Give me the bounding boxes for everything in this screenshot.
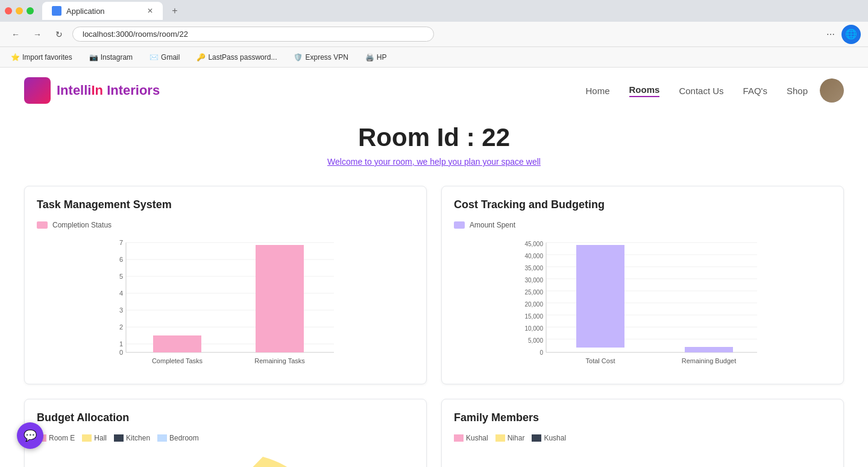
budget-legend-room: Room E [49, 434, 75, 442]
back-button[interactable]: ← [7, 26, 24, 43]
remaining-budget-bar [685, 347, 733, 352]
refresh-button[interactable]: ↻ [51, 26, 68, 43]
family-legend-kushal2-swatch [532, 434, 541, 442]
svg-text:10,000: 10,000 [524, 325, 543, 332]
svg-text:2: 2 [119, 323, 123, 331]
nav-home[interactable]: Home [586, 86, 610, 96]
family-chart-card: Family Members Kushal Nihar Kushal 1 0.9… [441, 399, 844, 467]
svg-text:15,000: 15,000 [524, 313, 543, 320]
tab-close-btn[interactable]: ✕ [147, 7, 153, 15]
svg-text:Total Cost: Total Cost [586, 357, 615, 364]
tab-favicon [52, 6, 61, 16]
budget-chart-title: Budget Allocation [37, 411, 414, 424]
window-minimize-btn[interactable] [16, 7, 23, 14]
cost-legend-label: Amount Spent [470, 221, 515, 229]
browser-titlebar: Application ✕ + [0, 0, 868, 22]
completed-tasks-bar [153, 335, 201, 352]
family-donut-chart: 1 0.9 0.8 0.7 0.6 0.5 [454, 448, 831, 467]
bookmark-lastpass[interactable]: 🔑 LastPass password... [193, 52, 280, 63]
total-cost-bar [576, 245, 624, 348]
browser-extensions-btn[interactable]: ⋯ [822, 26, 839, 43]
remaining-tasks-bar [256, 245, 304, 352]
budget-chart-card: Budget Allocation Room E Hall Kitchen Be… [24, 399, 427, 467]
address-bar[interactable]: localhost:3000/rooms/room/22 [72, 27, 434, 42]
bookmark-expressvpn-label: Express VPN [305, 53, 348, 62]
svg-text:6: 6 [119, 256, 123, 263]
logo[interactable]: IntelliIn Interiors [24, 77, 160, 104]
cost-legend-swatch [454, 221, 465, 229]
budget-chart-legend: Room E Hall Kitchen Bedroom [37, 434, 414, 442]
svg-text:Remaining Budget: Remaining Budget [682, 357, 737, 364]
svg-text:30,000: 30,000 [524, 277, 543, 284]
page-subtitle: Welcome to your room, we help you plan y… [24, 157, 844, 167]
family-legend-nihar-swatch [495, 434, 505, 442]
logo-text-intelli: Intelli [57, 83, 91, 98]
task-legend-label: Completion Status [52, 221, 112, 229]
task-chart-card: Task Management System Completion Status [24, 186, 427, 384]
budget-legend-hall-swatch [82, 434, 92, 442]
family-legend-kushal1-swatch [454, 434, 464, 442]
svg-text:4: 4 [119, 290, 123, 297]
cost-chart-title: Cost Tracking and Budgeting [454, 199, 831, 211]
nav-contact[interactable]: Contact Us [679, 86, 723, 96]
svg-text:35,000: 35,000 [524, 265, 543, 272]
svg-text:7: 7 [119, 239, 123, 246]
bookmarks-bar: ⭐ Import favorites 📷 Instagram ✉️ Gmail … [0, 47, 868, 68]
bookmark-expressvpn[interactable]: 🛡️ Express VPN [290, 52, 351, 63]
charts-grid: Task Management System Completion Status [24, 186, 844, 467]
bookmark-instagram[interactable]: 📷 Instagram [86, 52, 136, 63]
svg-text:20,000: 20,000 [524, 301, 543, 308]
svg-text:40,000: 40,000 [524, 253, 543, 259]
bookmark-gmail-label: Gmail [161, 53, 180, 62]
family-chart-legend: Kushal Nihar Kushal [454, 434, 831, 442]
budget-donut-chart: 1 0.9 0.8 0.7 0.6 0.5 [37, 448, 414, 467]
browser-nav: ← → ↻ localhost:3000/rooms/room/22 ⋯ 🌐 [0, 22, 868, 47]
cost-chart-card: Cost Tracking and Budgeting Amount Spent [441, 186, 844, 384]
hall-segment [215, 457, 322, 467]
avatar-image [820, 78, 844, 103]
svg-text:0: 0 [119, 349, 123, 356]
svg-text:Remaining Tasks: Remaining Tasks [254, 357, 305, 364]
window-close-btn[interactable] [5, 7, 12, 14]
new-tab-button[interactable]: + [166, 2, 183, 19]
avatar[interactable] [820, 78, 844, 103]
main-content: Room Id : 22 Welcome to your room, we he… [0, 123, 868, 467]
logo-text-teriors: Interiors [103, 83, 160, 98]
svg-text:Completed Tasks: Completed Tasks [152, 357, 203, 364]
chat-bubble[interactable]: 💬 [17, 422, 43, 449]
svg-text:0: 0 [539, 349, 543, 356]
budget-legend-bedroom: Bedroom [169, 434, 199, 442]
svg-text:3: 3 [119, 307, 123, 314]
task-legend-swatch [37, 221, 48, 229]
bookmark-gmail[interactable]: ✉️ Gmail [146, 52, 183, 63]
logo-text: IntelliIn Interiors [57, 83, 160, 98]
nav-rooms[interactable]: Rooms [629, 84, 660, 97]
address-bar-url: localhost:3000/rooms/room/22 [83, 30, 188, 39]
budget-legend-hall: Hall [94, 434, 107, 442]
budget-legend-kitchen-swatch [114, 434, 124, 442]
bookmark-instagram-label: Instagram [101, 53, 133, 62]
bookmark-hp[interactable]: 🖨️ HP [362, 52, 391, 63]
svg-text:5,000: 5,000 [528, 337, 543, 344]
budget-legend-kitchen: Kitchen [126, 434, 150, 442]
budget-legend-bedroom-swatch [157, 434, 167, 442]
nav-shop[interactable]: Shop [787, 86, 808, 96]
task-chart-title: Task Management System [37, 199, 414, 211]
chat-icon: 💬 [24, 429, 37, 442]
nav-faqs[interactable]: FAQ's [743, 86, 767, 96]
svg-text:45,000: 45,000 [524, 241, 543, 247]
browser-tab[interactable]: Application ✕ [42, 2, 163, 20]
bookmark-import[interactable]: ⭐ Import favorites [7, 52, 76, 63]
window-maximize-btn[interactable] [27, 7, 34, 14]
svg-text:5: 5 [119, 273, 123, 280]
bookmark-hp-label: HP [377, 53, 387, 62]
page-content: IntelliIn Interiors Home Rooms Contact U… [0, 68, 868, 467]
browser-profile-btn[interactable]: 🌐 [841, 25, 861, 44]
forward-button[interactable]: → [29, 26, 46, 43]
navbar: IntelliIn Interiors Home Rooms Contact U… [0, 68, 868, 113]
page-title: Room Id : 22 [24, 123, 844, 152]
nav-links: Home Rooms Contact Us FAQ's Shop [586, 84, 808, 97]
cost-bar-chart: 0 5,000 10,000 15,000 20,000 25,000 30,0… [454, 237, 831, 369]
family-legend-nihar: Nihar [508, 434, 525, 442]
tab-title: Application [66, 7, 105, 16]
